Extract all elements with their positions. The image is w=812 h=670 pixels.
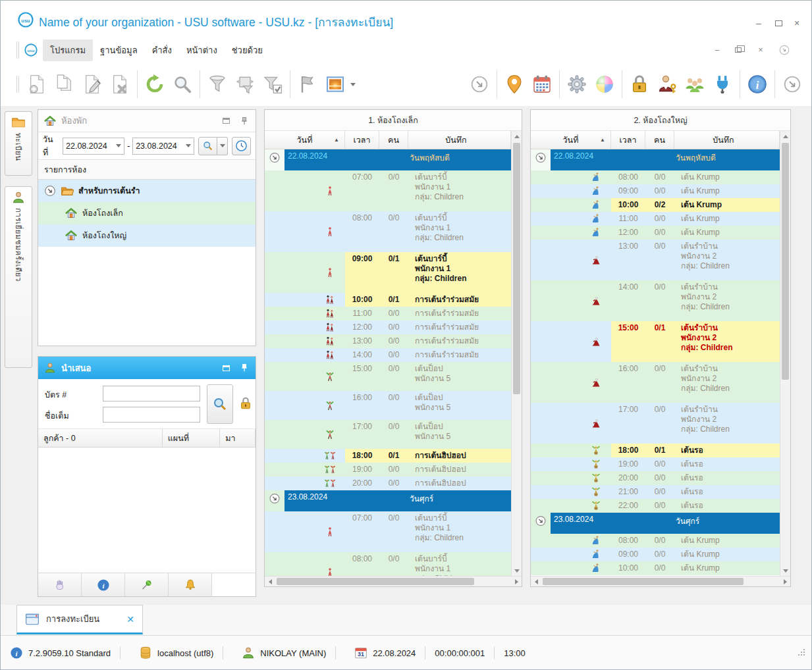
column-people[interactable]: คน	[645, 131, 674, 149]
row-date-cell[interactable]	[551, 457, 611, 471]
row-time-cell[interactable]: 11:00	[611, 212, 645, 226]
row-time-cell[interactable]: 20:00	[345, 477, 379, 490]
row-date-cell[interactable]	[551, 561, 611, 575]
row-time-cell[interactable]: 21:00	[611, 485, 645, 499]
row-time-cell[interactable]: 08:00	[611, 534, 645, 548]
row-people-cell[interactable]: 0/0	[645, 457, 674, 471]
copy-document-icon[interactable]	[51, 70, 78, 99]
schedule-slot-row[interactable]: 12:000/0การเต้นรำร่วมสมัย	[265, 321, 511, 334]
row-people-cell[interactable]: 0/0	[645, 403, 674, 444]
row-people-cell[interactable]: 0/0	[379, 321, 408, 334]
row-date-cell[interactable]	[551, 170, 611, 184]
schedule-slot-row[interactable]: 10:000/1การเต้นรำร่วมสมัย	[265, 293, 511, 307]
row-people-cell[interactable]: 0/0	[379, 511, 408, 552]
row-date-cell[interactable]	[551, 226, 611, 240]
row-people-cell[interactable]: 0/0	[645, 170, 674, 184]
day-header-row[interactable]: 22.08.2024วันพฤหัสบดี	[265, 149, 511, 170]
row-people-cell[interactable]: 0/0	[379, 307, 408, 321]
toolbar-grip[interactable]	[16, 41, 19, 59]
day-header-bar[interactable]: 23.08.2024วันศุกร์	[551, 513, 780, 534]
horizontal-scrollbar[interactable]	[531, 576, 790, 586]
row-date-cell[interactable]	[551, 403, 611, 444]
schedule-slot-row[interactable]: 09:000/1เต้นบาร์บี้พนักงาน 1กลุ่ม: Child…	[265, 252, 511, 293]
horizontal-scrollbar[interactable]	[265, 576, 522, 586]
row-time-cell[interactable]: 15:00	[611, 321, 645, 362]
menu-overflow-icon[interactable]	[776, 43, 793, 57]
row-note-cell[interactable]: เต้นรอ	[674, 444, 780, 457]
row-people-cell[interactable]: 0/0	[645, 534, 674, 548]
row-note-cell[interactable]: การเต้นรำร่วมสมัย	[408, 348, 511, 362]
row-time-cell[interactable]: 18:00	[345, 449, 379, 463]
database-icon[interactable]	[139, 646, 152, 659]
tab-registration[interactable]: การลงทะเบียน ✕	[16, 605, 143, 634]
schedule-slot-row[interactable]: 22:000/0เต้นรอ	[531, 499, 780, 513]
client-column-header[interactable]: แผนที่	[163, 429, 220, 447]
resize-grip[interactable]	[797, 648, 806, 659]
row-time-cell[interactable]: 16:00	[611, 362, 645, 403]
filter-icon[interactable]	[203, 70, 231, 99]
row-note-cell[interactable]: เต้น Krump	[674, 561, 780, 575]
row-date-cell[interactable]	[284, 362, 345, 391]
schedule-slot-row[interactable]: 19:000/0การเต้นฮิปฮอป	[265, 463, 511, 477]
user-icon[interactable]	[242, 646, 255, 659]
delete-document-icon[interactable]	[106, 70, 134, 99]
row-note-cell[interactable]: เต้นรอ	[674, 457, 780, 471]
row-people-cell[interactable]: 0/0	[379, 334, 408, 348]
row-date-cell[interactable]	[284, 463, 345, 477]
row-time-cell[interactable]: 07:00	[345, 170, 379, 211]
row-date-cell[interactable]	[284, 334, 345, 348]
row-note-cell[interactable]: เต้น Krump	[674, 548, 780, 561]
date-to-combobox[interactable]: 23.08.2024	[132, 138, 194, 155]
row-people-cell[interactable]: 0/0	[379, 477, 408, 490]
row-time-cell[interactable]: 16:00	[345, 391, 379, 420]
card-number-input[interactable]	[103, 386, 200, 401]
row-time-cell[interactable]: 18:00	[611, 444, 645, 457]
row-people-cell[interactable]: 0/0	[379, 463, 408, 477]
row-note-cell[interactable]: เต้นรอ	[674, 499, 780, 513]
schedule-slot-row[interactable]: 20:000/0เต้นรอ	[531, 471, 780, 485]
plug-icon[interactable]	[709, 70, 736, 99]
row-time-cell[interactable]: 08:00	[345, 552, 379, 576]
user-group-icon[interactable]	[681, 70, 709, 99]
info-icon[interactable]: i	[10, 646, 23, 659]
scroll-down-icon[interactable]	[512, 565, 522, 576]
vertical-scrollbar[interactable]	[780, 131, 790, 576]
day-header-bar[interactable]: 23.08.2024วันศุกร์	[284, 490, 511, 511]
row-date-cell[interactable]	[284, 252, 345, 293]
client-column-header[interactable]: มา	[220, 429, 256, 447]
image-preview-icon[interactable]	[321, 70, 349, 99]
row-date-cell[interactable]	[551, 471, 611, 485]
row-note-cell[interactable]: การเต้นรำร่วมสมัย	[408, 321, 511, 334]
overflow-down-icon[interactable]	[778, 70, 806, 99]
row-people-cell[interactable]: 0/0	[645, 184, 674, 198]
row-people-cell[interactable]: 0/0	[645, 499, 674, 513]
menu-item[interactable]: ช่วยด้วย	[225, 39, 270, 61]
row-date-cell[interactable]	[551, 212, 611, 226]
day-header-bar[interactable]: 22.08.2024วันพฤหัสบดี	[284, 149, 511, 170]
menu-item[interactable]: หน้าต่าง	[179, 39, 225, 61]
row-date-cell[interactable]	[284, 420, 345, 449]
column-note[interactable]: บันทึก	[674, 131, 780, 149]
row-note-cell[interactable]: การเต้นรำร่วมสมัย	[408, 293, 511, 307]
row-date-cell[interactable]	[284, 211, 345, 252]
mdi-close-button[interactable]: ×	[752, 43, 769, 57]
row-note-cell[interactable]: เต้น Krump	[674, 198, 780, 212]
schedule-slot-row[interactable]: 07:000/0เต้นบาร์บี้พนักงาน 1กลุ่ม: Child…	[265, 170, 511, 211]
row-note-cell[interactable]: เต้นบาร์บี้พนักงาน 1กลุ่ม: Children	[408, 252, 511, 293]
row-date-cell[interactable]	[284, 321, 345, 334]
row-note-cell[interactable]: เต้นรำบ้านพนักงาน 2กลุ่ม: Children	[674, 362, 780, 403]
row-date-cell[interactable]	[551, 198, 611, 212]
row-time-cell[interactable]: 08:00	[611, 170, 645, 184]
tab-close-icon[interactable]: ✕	[126, 614, 134, 625]
row-time-cell[interactable]: 20:00	[611, 471, 645, 485]
row-time-cell[interactable]: 07:00	[345, 511, 379, 552]
filter-window-icon[interactable]	[231, 70, 259, 99]
column-note[interactable]: บันทึก	[408, 131, 511, 149]
scrollbar-thumb[interactable]	[513, 143, 520, 394]
row-time-cell[interactable]: 13:00	[345, 334, 379, 348]
row-people-cell[interactable]: 0/0	[645, 485, 674, 499]
row-people-cell[interactable]: 0/0	[379, 391, 408, 420]
row-note-cell[interactable]: เต้น Krump	[674, 170, 780, 184]
row-note-cell[interactable]: เต้น Krump	[674, 184, 780, 198]
row-note-cell[interactable]: เต้นบาร์บี้พนักงาน 1กลุ่ม: Children	[408, 552, 511, 576]
